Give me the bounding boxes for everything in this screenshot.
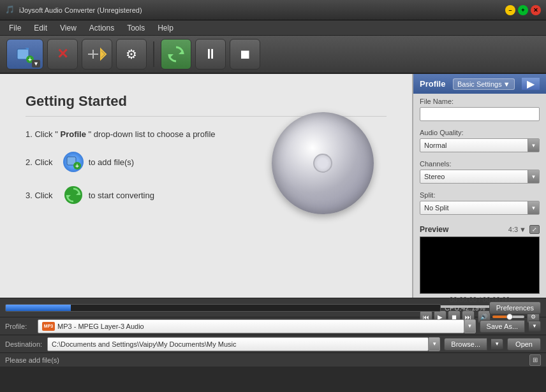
channels-field: Channels: Stereo ▼ <box>413 156 546 187</box>
stop-button[interactable]: ⏹ <box>230 39 260 69</box>
audio-quality-select[interactable]: Normal ▼ <box>420 138 540 152</box>
basic-settings-label: Basic Settings <box>457 80 502 88</box>
disc-center <box>313 154 332 173</box>
step-2-suffix: to add file(s) <box>89 157 135 167</box>
channels-dropdown-icon: ▼ <box>528 170 539 183</box>
options-button[interactable]: ⚙ <box>116 39 147 69</box>
preferences-button[interactable]: Preferences <box>489 301 541 314</box>
destination-input[interactable]: C:\Documents and Settings\Vaipy\My Docum… <box>47 337 429 351</box>
minimize-button[interactable]: – <box>505 5 515 15</box>
channels-select[interactable]: Stereo ▼ <box>420 170 540 184</box>
window-controls: – + ✕ <box>505 5 541 15</box>
profile-header: Profile Basic Settings ▼ ▶ <box>413 74 546 94</box>
menu-tools[interactable]: Tools <box>121 22 151 34</box>
maximize-button[interactable]: + <box>518 5 528 15</box>
browse-button[interactable]: Browse... <box>444 338 487 351</box>
menu-view[interactable]: View <box>54 22 83 34</box>
open-button[interactable]: Open <box>507 338 541 351</box>
cpu-label: CPU:42.19% <box>445 304 485 312</box>
destination-dropdown-arrow[interactable]: ▼ <box>429 337 440 351</box>
audio-quality-value: Normal <box>424 142 446 149</box>
basic-settings-button[interactable]: Basic Settings ▼ <box>453 78 515 90</box>
split-field: Split: No Split ▼ <box>413 187 546 219</box>
delete-button[interactable]: ✕ <box>47 39 78 69</box>
app-title: iJoysoft Audio Converter (Unregistered) <box>19 6 505 14</box>
progress-bar <box>5 304 441 312</box>
preview-expand-button[interactable]: ⤢ <box>529 225 540 234</box>
split-value: No Split <box>424 204 449 212</box>
destination-input-container: C:\Documents and Settings\Vaipy\My Docum… <box>47 337 440 351</box>
audio-quality-field: Audio Quality: Normal ▼ <box>413 125 546 156</box>
step-1-text: 1. Click " Profile " drop-down list to c… <box>26 129 216 139</box>
step-2-icon: + <box>63 152 84 172</box>
split-select[interactable]: No Split ▼ <box>420 201 540 215</box>
profile-bar: Profile: MP3 MP3 - MPEG Layer-3 Audio ▼ … <box>0 317 546 335</box>
profile-next-button[interactable]: ▶ <box>522 78 540 90</box>
volume-handle[interactable] <box>506 314 513 320</box>
center-panel: Getting Started 1. Click " Profile " dro… <box>0 74 412 298</box>
saveas-dropdown-button[interactable]: ▼ <box>529 321 541 331</box>
svg-text:+: + <box>75 163 79 170</box>
profile-select-bar[interactable]: MP3 MP3 - MPEG Layer-3 Audio <box>38 319 464 333</box>
browse-dropdown-button[interactable]: ▼ <box>491 338 503 349</box>
profile-value: MP3 - MPEG Layer-3 Audio <box>57 323 144 330</box>
main-area: Getting Started 1. Click " Profile " dro… <box>0 74 546 298</box>
split-label: Split: <box>420 191 540 199</box>
menu-file[interactable]: File <box>3 22 27 34</box>
menu-edit[interactable]: Edit <box>27 22 54 34</box>
step-2-prefix: 2. Click <box>26 157 53 167</box>
app-icon: 🎵 <box>5 5 15 15</box>
right-panel: Profile Basic Settings ▼ ▶ File Name: Au… <box>412 74 546 298</box>
convert-button[interactable] <box>161 39 191 69</box>
close-button[interactable]: ✕ <box>531 5 541 15</box>
channels-value: Stereo <box>424 173 445 180</box>
preview-screen <box>420 236 540 294</box>
preview-title: Preview <box>420 225 448 234</box>
info-bar: Please add file(s) ⊞ <box>0 352 546 367</box>
destination-bar: Destination: C:\Documents and Settings\V… <box>0 335 546 352</box>
preview-ratio-arrow: ▼ <box>519 226 526 233</box>
mp3-format-icon: MP3 <box>42 322 55 331</box>
profile-dropdown-arrow[interactable]: ▼ <box>464 319 476 333</box>
step-3-icon <box>63 185 84 205</box>
step-3-prefix: 3. Click <box>26 191 53 200</box>
preview-header: Preview 4:3 ▼ ⤢ <box>420 225 540 234</box>
titlebar: 🎵 iJoysoft Audio Converter (Unregistered… <box>0 0 546 20</box>
profile-title: Profile <box>420 79 445 89</box>
volume-slider[interactable] <box>492 316 524 318</box>
toolbar-separator <box>153 41 154 67</box>
preview-ratio[interactable]: 4:3 ▼ ⤢ <box>508 225 540 234</box>
toolbar: + ▼ ✕ ⚙ ⏸ ⏹ <box>0 36 546 74</box>
edit-button[interactable] <box>82 39 112 69</box>
destination-value: C:\Documents and Settings\Vaipy\My Docum… <box>52 340 237 348</box>
profile-bar-label: Profile: <box>5 323 34 330</box>
split-dropdown-icon: ▼ <box>528 201 539 214</box>
filename-field: File Name: <box>413 94 546 125</box>
channels-label: Channels: <box>420 160 540 168</box>
destination-label: Destination: <box>5 340 43 348</box>
disc-decoration <box>272 112 374 214</box>
filename-label: File Name: <box>420 98 540 105</box>
audio-quality-label: Audio Quality: <box>420 129 540 136</box>
saveas-button[interactable]: Save As... <box>480 320 526 333</box>
progress-fill <box>6 305 71 311</box>
audio-quality-dropdown-icon: ▼ <box>528 139 539 152</box>
info-text: Please add file(s) <box>5 356 59 364</box>
menu-help[interactable]: Help <box>151 22 180 34</box>
add-file-button[interactable]: + ▼ <box>6 39 43 69</box>
filename-input[interactable] <box>420 107 540 121</box>
profile-select-container: MP3 MP3 - MPEG Layer-3 Audio ▼ <box>38 319 476 333</box>
menu-actions[interactable]: Actions <box>83 22 121 34</box>
dropdown-arrow-icon: ▼ <box>503 80 510 88</box>
info-icon-button[interactable]: ⊞ <box>529 354 541 366</box>
pause-button[interactable]: ⏸ <box>195 39 226 69</box>
menubar: File Edit View Actions Tools Help <box>0 20 546 36</box>
step-3-suffix: to start converting <box>89 191 154 200</box>
